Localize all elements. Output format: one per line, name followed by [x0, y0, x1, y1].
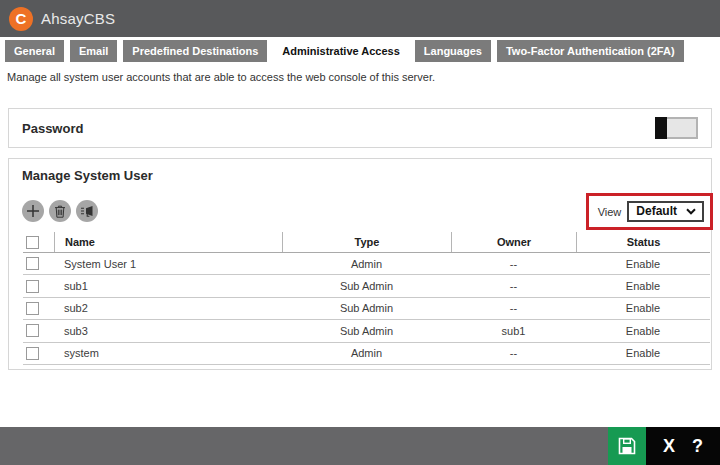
user-status: Enable — [576, 298, 710, 319]
password-section-title: Password — [22, 121, 83, 136]
delete-user-button[interactable] — [49, 200, 71, 222]
user-type: Sub Admin — [282, 320, 451, 341]
user-status: Enable — [576, 253, 710, 274]
user-owner: -- — [451, 298, 576, 319]
table-row: sub2 Sub Admin -- Enable — [23, 298, 710, 320]
toggle-track — [667, 117, 698, 139]
row-checkbox[interactable] — [26, 324, 39, 337]
user-owner: sub1 — [451, 320, 576, 341]
row-checkbox[interactable] — [26, 302, 39, 315]
view-selector-highlight: View Default — [586, 193, 713, 230]
tab-bar: General Email Predefined Destinations Ad… — [5, 40, 684, 62]
tab-general[interactable]: General — [5, 40, 64, 62]
user-type: Sub Admin — [282, 275, 451, 296]
help-button[interactable]: ? — [692, 437, 703, 455]
toggle-handle — [655, 117, 667, 139]
footer-action-bar: X ? — [0, 427, 720, 465]
table-row: sub3 Sub Admin sub1 Enable — [23, 320, 710, 342]
user-name[interactable]: sub1 — [54, 275, 282, 296]
column-header-owner: Owner — [451, 232, 576, 252]
user-status: Enable — [576, 343, 710, 364]
row-checkbox[interactable] — [26, 280, 39, 293]
row-checkbox[interactable] — [26, 257, 39, 270]
manage-section-title: Manage System User — [22, 168, 153, 183]
user-toolbar — [22, 200, 98, 222]
user-type: Admin — [282, 253, 451, 274]
footer-black-section: X ? — [646, 427, 720, 465]
ahsay-logo-icon: C — [9, 7, 33, 31]
column-header-type: Type — [282, 232, 451, 252]
column-header-name: Name — [54, 232, 282, 252]
row-checkbox[interactable] — [26, 347, 39, 360]
page-description: Manage all system user accounts that are… — [7, 71, 435, 83]
user-type: Sub Admin — [282, 298, 451, 319]
broadcast-user-button[interactable] — [76, 200, 98, 222]
tab-administrative-access[interactable]: Administrative Access — [273, 40, 409, 62]
app-header: C AhsayCBS — [0, 0, 720, 37]
tab-languages[interactable]: Languages — [415, 40, 491, 62]
password-section: Password — [8, 108, 712, 148]
user-status: Enable — [576, 275, 710, 296]
user-name[interactable]: System User 1 — [54, 253, 282, 274]
user-owner: -- — [451, 275, 576, 296]
system-user-table: Name Type Owner Status System User 1 Adm… — [23, 232, 710, 365]
view-label: View — [598, 206, 622, 218]
user-name[interactable]: sub2 — [54, 298, 282, 319]
tab-email[interactable]: Email — [70, 40, 117, 62]
table-row: sub1 Sub Admin -- Enable — [23, 275, 710, 297]
megaphone-icon — [80, 205, 94, 217]
add-user-button[interactable] — [22, 200, 44, 222]
column-header-status: Status — [576, 232, 710, 252]
password-toggle[interactable] — [655, 117, 698, 139]
tab-two-factor-authentication[interactable]: Two-Factor Authentication (2FA) — [497, 40, 684, 62]
manage-system-user-section: Manage System User — [8, 158, 712, 370]
user-owner: -- — [451, 343, 576, 364]
close-button[interactable]: X — [663, 437, 675, 455]
view-select[interactable]: Default — [627, 201, 704, 222]
view-select-value: Default — [636, 204, 677, 218]
select-all-checkbox[interactable] — [26, 236, 39, 249]
table-header-row: Name Type Owner Status — [23, 232, 710, 253]
tab-predefined-destinations[interactable]: Predefined Destinations — [123, 40, 267, 62]
app-title: AhsayCBS — [41, 10, 115, 27]
user-status: Enable — [576, 320, 710, 341]
save-button[interactable] — [608, 427, 646, 465]
user-name[interactable]: system — [54, 343, 282, 364]
user-name[interactable]: sub3 — [54, 320, 282, 341]
chevron-down-icon — [686, 208, 696, 215]
table-row: System User 1 Admin -- Enable — [23, 253, 710, 275]
plus-icon — [26, 204, 40, 218]
floppy-disk-icon — [617, 436, 637, 456]
table-row: system Admin -- Enable — [23, 343, 710, 365]
user-type: Admin — [282, 343, 451, 364]
user-owner: -- — [451, 253, 576, 274]
trash-icon — [54, 205, 66, 218]
